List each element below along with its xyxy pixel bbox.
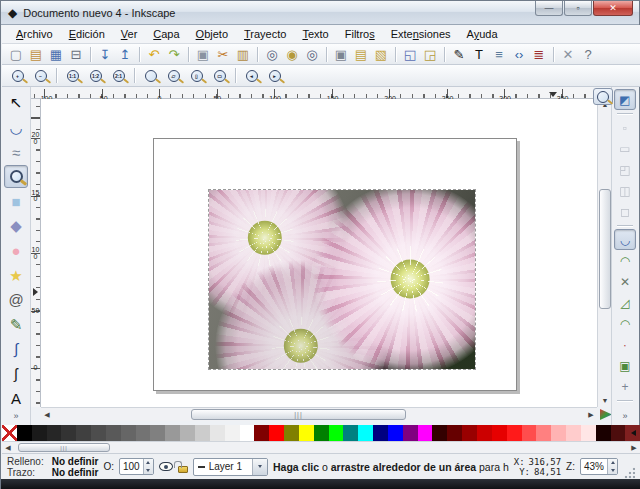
swatch[interactable] [210, 425, 225, 441]
align-distribute-dialog[interactable]: ≣ [529, 45, 549, 64]
swatch[interactable] [17, 425, 32, 441]
snap-rotation-centers[interactable]: + [614, 376, 636, 397]
layer-visibility-eye-icon[interactable] [159, 462, 173, 471]
zoom-out[interactable]: − [29, 66, 52, 86]
document-properties[interactable]: ? [578, 45, 598, 64]
undo[interactable]: ↶ [144, 45, 164, 64]
palette-scrollbar[interactable]: ◀ ||| ▶ [2, 441, 640, 453]
opacity-stepper[interactable]: 100 [119, 458, 154, 475]
create-clone[interactable]: ▤ [351, 45, 371, 64]
selector-tool[interactable]: ↖ [4, 91, 28, 115]
snap-bounding-box[interactable]: ▫ [614, 117, 636, 138]
snap-bbox-corners[interactable]: ◰ [614, 159, 636, 180]
menu-filtros[interactable]: Filtros [337, 26, 383, 42]
swatch[interactable] [373, 425, 388, 441]
zoom-to-page[interactable]: ◎ [302, 45, 322, 64]
menu-trayecto[interactable]: Trayecto [236, 26, 294, 42]
flower-image[interactable] [209, 190, 475, 369]
swatch[interactable] [269, 425, 284, 441]
swatch[interactable] [136, 425, 151, 441]
zoom-to-drawing[interactable]: ◉ [282, 45, 302, 64]
duplicate[interactable]: ▣ [331, 45, 351, 64]
palette-scroll-right-arrow[interactable]: ▶ [629, 443, 639, 453]
zoom-next[interactable]: ▸ [263, 66, 286, 86]
horizontal-scrollbar-thumb[interactable]: ||| [191, 409, 406, 420]
fill-stroke-dialog[interactable]: ✎ [449, 45, 469, 64]
horizontal-scrollbar[interactable]: ◀ ||| ▶ [41, 407, 597, 421]
spiral-tool[interactable]: @ [4, 288, 28, 312]
zoom-selection[interactable] [139, 66, 162, 86]
zoom-tool[interactable] [4, 165, 28, 189]
menu-capa[interactable]: Capa [145, 26, 187, 42]
swatch[interactable] [240, 425, 255, 441]
snap-path-intersections[interactable]: ✕ [614, 271, 636, 292]
zoom-previous[interactable]: ◂ [240, 66, 263, 86]
menu-extensiones[interactable]: Extensiones [383, 26, 459, 42]
swatch-none[interactable] [2, 425, 17, 441]
swatch[interactable] [61, 425, 76, 441]
node-tool[interactable]: ◡ [4, 116, 28, 140]
menu-texto[interactable]: Texto [294, 26, 336, 42]
vertical-scrollbar-thumb[interactable] [599, 189, 611, 309]
swatch[interactable] [121, 425, 136, 441]
swatch[interactable] [76, 425, 91, 441]
snap-line-midpoints[interactable]: ∙ [614, 334, 636, 355]
snapbar-overflow-chevron[interactable]: » [622, 411, 627, 421]
new-document[interactable]: ▢ [6, 45, 26, 64]
horizontal-ruler[interactable]: -100-50050100150200250300350 [31, 87, 593, 99]
swatch[interactable] [225, 425, 240, 441]
swatch[interactable] [522, 425, 537, 441]
3dbox-tool[interactable]: ◆ [4, 214, 28, 238]
swatch[interactable] [432, 425, 447, 441]
snap-to-paths[interactable]: ◠ [614, 250, 636, 271]
window-resize-grip[interactable] [623, 467, 635, 479]
scroll-left-arrow[interactable]: ◀ [42, 410, 52, 420]
swatch[interactable] [299, 425, 314, 441]
swatch[interactable] [165, 425, 180, 441]
xml-editor[interactable]: ‹› [509, 45, 529, 64]
swatch[interactable] [403, 425, 418, 441]
text-tool[interactable]: A [4, 386, 28, 410]
canvas[interactable] [41, 99, 597, 407]
maximize-button[interactable]: ▫ [564, 1, 592, 16]
ungroup-objects[interactable]: ◲ [420, 45, 440, 64]
zoom-2-1[interactable]: 2:1 [107, 66, 130, 86]
swatch[interactable] [492, 425, 507, 441]
zoom-to-selection[interactable]: ◎ [262, 45, 282, 64]
palette-scroll-arrow[interactable] [631, 430, 636, 436]
spinner-arrows[interactable] [607, 459, 617, 474]
zoom-1-1[interactable]: 1:1 [61, 66, 84, 86]
swatch[interactable] [358, 425, 373, 441]
swatch[interactable] [447, 425, 462, 441]
layers-dialog[interactable]: ≡ [489, 45, 509, 64]
snap-bbox-edges[interactable]: ▭ [614, 138, 636, 159]
swatch[interactable] [32, 425, 47, 441]
menu-archivo[interactable]: Archivo [8, 26, 61, 42]
enable-snapping[interactable]: ◩ [614, 89, 636, 110]
swatch[interactable] [180, 425, 195, 441]
menu-ayuda[interactable]: Ayuda [459, 26, 506, 42]
snap-bbox-edge-midpoints[interactable]: ◫ [614, 180, 636, 201]
zoom-stepper[interactable]: 43% [580, 458, 618, 475]
snap-nodes[interactable]: ◡ [614, 229, 636, 250]
zoom-1-2[interactable]: 1:2 [84, 66, 107, 86]
bezier-tool[interactable]: ∫ [4, 337, 28, 361]
cut[interactable]: ✂ [213, 45, 233, 64]
save-document[interactable]: ▦ [46, 45, 66, 64]
swatch[interactable] [150, 425, 165, 441]
swatch[interactable] [329, 425, 344, 441]
swatch[interactable] [91, 425, 106, 441]
redo[interactable]: ↷ [164, 45, 184, 64]
swatch[interactable] [581, 425, 596, 441]
swatch[interactable] [611, 425, 626, 441]
swatch[interactable] [195, 425, 210, 441]
palette-scrollbar-thumb[interactable]: ||| [18, 443, 110, 452]
print-document[interactable]: ⊟ [66, 45, 86, 64]
zoom-in[interactable]: + [6, 66, 29, 86]
vertical-ruler[interactable]: 200150100500 [31, 99, 41, 407]
swatch[interactable] [477, 425, 492, 441]
paste[interactable]: ▥ [233, 45, 253, 64]
tweak-tool[interactable]: ≈ [4, 140, 28, 164]
toolbox-overflow-chevron[interactable]: » [13, 411, 18, 421]
unlink-clone[interactable]: ▧ [371, 45, 391, 64]
